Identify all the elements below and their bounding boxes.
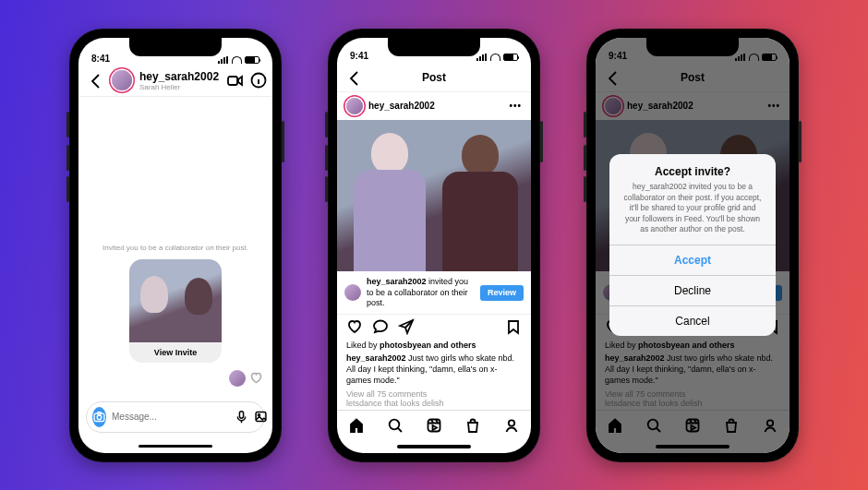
post-actions <box>337 314 531 339</box>
heart-react-icon[interactable] <box>249 371 263 385</box>
tab-home[interactable] <box>348 417 365 434</box>
phone-alert: 9:41 Post hey_sarah2002 ••• hey_sarah200… <box>586 29 799 462</box>
modal-overlay[interactable]: Accept invite? hey_sarah2002 invited you… <box>596 38 790 453</box>
dm-username[interactable]: hey_sarah2002 <box>139 70 219 83</box>
mic-icon[interactable] <box>235 410 248 424</box>
save-button[interactable] <box>505 318 522 335</box>
wifi-icon <box>232 56 242 64</box>
signal-icon <box>476 54 488 61</box>
view-invite-button[interactable]: View Invite <box>129 342 222 363</box>
review-button[interactable]: Review <box>480 285 524 301</box>
author-username[interactable]: hey_sarah2002 <box>368 101 435 111</box>
tab-bar <box>337 410 531 440</box>
likes-row[interactable]: Liked by photosbyean and others <box>337 339 531 352</box>
avatar <box>229 370 246 387</box>
back-button[interactable] <box>346 69 363 86</box>
avatar[interactable] <box>112 70 132 90</box>
avatar <box>344 284 361 301</box>
wifi-icon <box>490 54 500 61</box>
chat-body: Invited you to be a collaborator on thei… <box>78 97 272 396</box>
home-indicator <box>337 441 531 453</box>
accept-button[interactable]: Accept <box>609 245 776 275</box>
video-call-button[interactable] <box>226 72 243 89</box>
post-author-row[interactable]: hey_sarah2002 ••• <box>337 92 531 120</box>
view-comments-link[interactable]: View all 75 comments <box>337 388 531 399</box>
signal-icon <box>218 56 229 64</box>
message-composer[interactable] <box>86 401 265 433</box>
alert-body: hey_sarah2002 invited you to be a collab… <box>609 182 776 244</box>
page-title: Post <box>422 71 446 84</box>
camera-button[interactable] <box>92 407 106 427</box>
collab-username: hey_sarah2002 <box>367 277 427 286</box>
caption: hey_sarah2002 Just two girls who skate n… <box>337 352 531 388</box>
post-image[interactable] <box>337 120 531 272</box>
invite-text: Invited you to be a collaborator on thei… <box>102 244 248 253</box>
tab-shop[interactable] <box>464 417 481 434</box>
comment-preview: letsdance that looks delish <box>337 399 531 410</box>
decline-button[interactable]: Decline <box>609 275 776 305</box>
home-indicator <box>78 440 272 453</box>
phone-dm: 8:41 hey_sarah2002 Sarah Heller Invited … <box>69 29 282 462</box>
battery-icon <box>503 54 518 61</box>
phone-post: 9:41 Post hey_sarah2002 ••• hey_sarah200… <box>328 29 540 462</box>
clock: 9:41 <box>350 51 368 61</box>
dm-realname: Sarah Heller <box>139 83 219 91</box>
image-icon[interactable] <box>254 410 268 424</box>
clock: 8:41 <box>91 54 110 64</box>
comment-button[interactable] <box>372 318 389 335</box>
post-header: Post <box>337 63 531 92</box>
invite-thumbnail <box>129 259 222 342</box>
tab-search[interactable] <box>387 417 404 434</box>
info-button[interactable] <box>250 72 267 89</box>
share-button[interactable] <box>398 318 415 335</box>
accept-invite-alert: Accept invite? hey_sarah2002 invited you… <box>609 154 776 335</box>
invite-card[interactable]: View Invite <box>129 259 222 363</box>
dm-header: hey_sarah2002 Sarah Heller <box>78 66 272 97</box>
avatar[interactable] <box>346 98 363 114</box>
cancel-button[interactable]: Cancel <box>609 305 776 336</box>
more-options-button[interactable]: ••• <box>509 101 522 111</box>
like-button[interactable] <box>346 318 363 335</box>
message-input[interactable] <box>112 412 229 422</box>
collab-banner: hey_sarah2002 invited you to be a collab… <box>337 271 531 314</box>
tab-profile[interactable] <box>503 417 520 434</box>
tab-reels[interactable] <box>426 417 442 434</box>
back-button[interactable] <box>88 72 104 89</box>
alert-title: Accept invite? <box>609 154 776 182</box>
battery-icon <box>245 56 259 64</box>
